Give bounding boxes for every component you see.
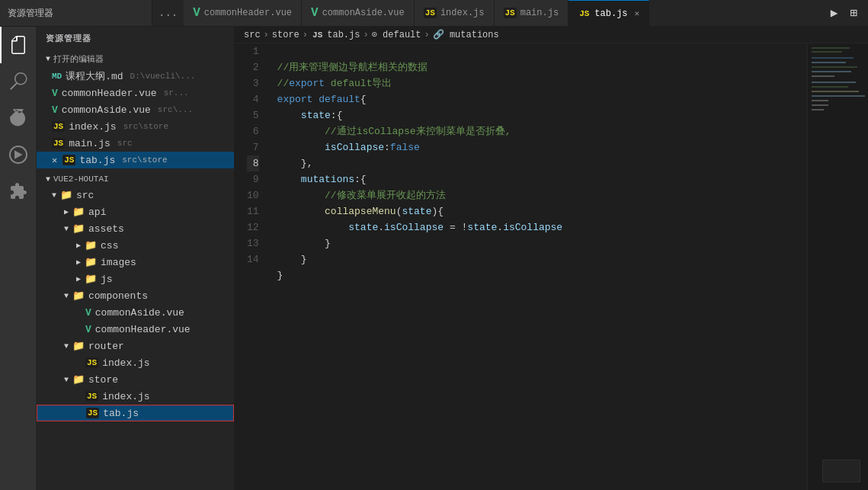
tab-commonheader[interactable]: V commonHeader.vue: [184, 0, 302, 26]
js-icon: JS: [424, 8, 437, 18]
activity-search[interactable]: [0, 63, 37, 100]
tab-label: main.js: [520, 8, 559, 18]
tree-folder-assets[interactable]: ▼ 📁 assets: [37, 220, 234, 237]
tree-file-commonaside[interactable]: V commonAside.vue: [37, 304, 234, 321]
vue-file-icon: V: [85, 324, 91, 335]
filepath: sr...: [164, 88, 189, 98]
folder-icon: 📁: [72, 290, 85, 302]
chevron-icon: ▼: [52, 191, 56, 200]
js-file-icon: JS: [52, 138, 65, 149]
breadcrumb-mutations: 🔗 mutations: [433, 29, 499, 40]
open-file-indexjs[interactable]: JS index.js src\store: [37, 118, 234, 135]
tree-folder-api[interactable]: ▶ 📁 api: [37, 203, 234, 220]
folder-icon: 📁: [85, 239, 97, 251]
svg-rect-5: [812, 71, 851, 72]
open-file-commonaside[interactable]: V commonAside.vue src\...: [37, 101, 234, 118]
svg-rect-0: [812, 47, 850, 49]
breadcrumb-sep: ›: [424, 30, 430, 40]
svg-rect-8: [812, 86, 848, 88]
filename: index.js: [102, 357, 149, 369]
sidebar: 资源管理器 ▼ 打开的编辑器 MD 课程大纲.md D:\vuecli\... …: [37, 27, 235, 490]
run-button[interactable]: ▶: [826, 4, 843, 22]
tree-folder-js[interactable]: ▶ 📁 js: [37, 271, 234, 287]
js-file-icon: JS: [62, 155, 75, 165]
editor-area: src › store › JS tab.js › ⊙ default › 🔗 …: [235, 27, 868, 490]
tab-more-button[interactable]: ...: [152, 7, 184, 19]
activity-run[interactable]: [0, 136, 37, 173]
tree-folder-router[interactable]: ▼ 📁 router: [37, 338, 234, 354]
filename: tab.js: [79, 155, 115, 166]
open-file-tabjs[interactable]: ✕ JS tab.js src\store: [37, 152, 234, 168]
breadcrumb-sep: ›: [363, 30, 368, 40]
folder-name: css: [101, 240, 118, 251]
filepath: D:\vuecli\...: [130, 72, 196, 81]
folder-name: images: [101, 257, 136, 268]
folder-icon: 📁: [72, 223, 85, 235]
folder-name: router: [88, 341, 124, 352]
tree-folder-images[interactable]: ▶ 📁 images: [37, 254, 234, 271]
tab-label: tab.js: [594, 8, 627, 19]
split-editor-button[interactable]: ⊞: [845, 4, 862, 22]
tree-file-store-tabjs[interactable]: JS tab.js: [37, 405, 234, 421]
js-icon: JS: [578, 8, 591, 19]
open-editors-label: 打开的编辑器: [53, 53, 104, 65]
tree-file-router-indexjs[interactable]: JS index.js: [37, 354, 234, 371]
js-file-icon: JS: [86, 408, 99, 418]
vue-file-icon: V: [52, 88, 58, 99]
vue-file-icon: V: [85, 307, 91, 319]
project-section[interactable]: ▼ VUE2-HOUTAI: [37, 171, 234, 187]
tree-folder-components[interactable]: ▼ 📁 components: [37, 287, 234, 304]
filepath: src\store: [122, 155, 167, 165]
tab-indexjs[interactable]: JS index.js: [415, 0, 495, 26]
tree-folder-css[interactable]: ▶ 📁 css: [37, 237, 234, 254]
filename: commonHeader.vue: [62, 88, 157, 99]
filename: index.js: [69, 121, 116, 133]
folder-icon: 📁: [85, 273, 97, 285]
chevron-icon: ▶: [76, 274, 81, 283]
js-file-icon: JS: [52, 121, 65, 132]
chevron-icon: ▼: [64, 292, 69, 300]
tab-mainjs[interactable]: JS main.js: [495, 0, 569, 26]
md-file-icon: MD: [52, 72, 62, 81]
tab-close-button[interactable]: ✕: [635, 8, 640, 18]
filepath: src\...: [158, 105, 193, 114]
folder-icon: 📁: [72, 373, 85, 386]
breadcrumb-store: store: [272, 30, 299, 40]
tab-label: index.js: [440, 8, 485, 18]
main-content: 资源管理器 ▼ 打开的编辑器 MD 课程大纲.md D:\vuecli\... …: [0, 27, 868, 490]
activity-extensions[interactable]: [0, 173, 37, 210]
folder-name: components: [88, 290, 148, 302]
folder-name: js: [101, 274, 113, 285]
vue-icon: V: [311, 6, 319, 20]
tab-tabjs[interactable]: JS tab.js ✕: [569, 0, 649, 26]
svg-rect-3: [812, 62, 846, 63]
chevron-icon: ▼: [64, 225, 69, 233]
code-content[interactable]: //用来管理侧边导航栏相关的数据 //export default导出 expo…: [271, 43, 807, 490]
open-file-md[interactable]: MD 课程大纲.md D:\vuecli\...: [37, 68, 234, 85]
js-icon: JS: [504, 8, 517, 18]
close-icon[interactable]: ✕: [52, 155, 57, 166]
svg-rect-1: [812, 51, 842, 53]
tree-file-store-indexjs[interactable]: JS index.js: [37, 388, 234, 405]
chevron-icon: ▼: [64, 342, 69, 351]
tab-commonaside[interactable]: V commonAside.vue: [302, 0, 415, 26]
svg-rect-6: [812, 75, 834, 77]
folder-icon: 📁: [72, 340, 85, 352]
tree-folder-store[interactable]: ▼ 📁 store: [37, 371, 234, 388]
folder-name: src: [76, 190, 94, 201]
activity-source-control[interactable]: [0, 100, 37, 136]
svg-rect-2: [812, 57, 854, 59]
activity-explorer[interactable]: [0, 27, 37, 63]
tree-file-commonheader[interactable]: V commonHeader.vue: [37, 321, 234, 338]
js-file-icon: JS: [85, 391, 98, 402]
open-file-mainjs[interactable]: JS main.js src: [37, 135, 234, 152]
open-file-commonheader[interactable]: V commonHeader.vue sr...: [37, 85, 234, 101]
tree-folder-src[interactable]: ▼ 📁 src: [37, 187, 234, 203]
open-editors-section[interactable]: ▼ 打开的编辑器: [37, 50, 234, 68]
minimap-preview: [822, 460, 860, 482]
explorer-header-label: 资源管理器: [46, 33, 91, 44]
explorer-title-tab[interactable]: 资源管理器: [0, 0, 152, 26]
code-editor[interactable]: 1 2 3 4 5 6 7 8 9 10 11 12 13 14 //用来管理侧…: [235, 43, 868, 490]
folder-icon: 📁: [85, 256, 97, 268]
sidebar-explorer-header[interactable]: 资源管理器: [37, 27, 234, 50]
